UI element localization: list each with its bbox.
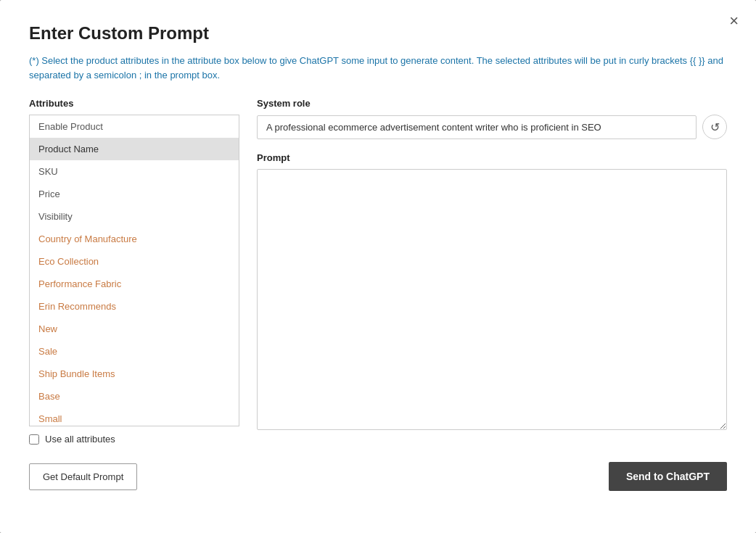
attribute-list-item[interactable]: Eco Collection	[30, 250, 239, 273]
system-role-input[interactable]	[257, 115, 697, 139]
attribute-list-item[interactable]: Price	[30, 183, 239, 205]
get-default-button[interactable]: Get Default Prompt	[29, 463, 137, 490]
attribute-list-item[interactable]: Visibility	[30, 205, 239, 228]
prompt-textarea[interactable]	[257, 169, 727, 430]
system-role-row: ↺	[257, 115, 727, 139]
attributes-list-wrapper[interactable]: Enable ProductProduct NameSKUPriceVisibi…	[29, 115, 239, 426]
send-to-chatgpt-button[interactable]: Send to ChatGPT	[609, 462, 727, 491]
use-all-checkbox[interactable]	[29, 434, 39, 445]
attribute-list-item[interactable]: Ship Bundle Items	[30, 363, 239, 385]
attribute-list-item[interactable]: Sale	[30, 340, 239, 363]
attributes-label: Attributes	[29, 98, 239, 109]
modal-title: Enter Custom Prompt	[29, 23, 727, 44]
use-all-label: Use all attributes	[45, 434, 115, 445]
prompt-label: Prompt	[257, 152, 727, 163]
attribute-list-item[interactable]: Performance Fabric	[30, 273, 239, 295]
attribute-list-item[interactable]: SKU	[30, 160, 239, 183]
attributes-list: Enable ProductProduct NameSKUPriceVisibi…	[30, 115, 239, 426]
modal-body: Attributes Enable ProductProduct NameSKU…	[29, 98, 727, 445]
refresh-button[interactable]: ↺	[702, 115, 727, 139]
right-panel: System role ↺ Prompt	[257, 98, 727, 445]
attribute-list-item[interactable]: Enable Product	[30, 115, 239, 138]
modal-overlay: × Enter Custom Prompt (*) Select the pro…	[0, 0, 756, 533]
modal-description: (*) Select the product attributes in the…	[29, 54, 727, 82]
attribute-list-item[interactable]: New	[30, 318, 239, 340]
left-panel: Attributes Enable ProductProduct NameSKU…	[29, 98, 239, 445]
modal-dialog: × Enter Custom Prompt (*) Select the pro…	[0, 0, 756, 533]
attribute-list-item[interactable]: Product Name	[30, 138, 239, 160]
attribute-list-item[interactable]: Erin Recommends	[30, 295, 239, 318]
footer: Get Default Prompt Send to ChatGPT	[29, 462, 727, 491]
attribute-list-item[interactable]: Country of Manufacture	[30, 228, 239, 250]
system-role-label: System role	[257, 98, 727, 109]
close-button[interactable]: ×	[729, 13, 739, 29]
attribute-list-item[interactable]: Base	[30, 385, 239, 408]
use-all-row: Use all attributes	[29, 434, 239, 445]
attribute-list-item[interactable]: Small	[30, 408, 239, 426]
